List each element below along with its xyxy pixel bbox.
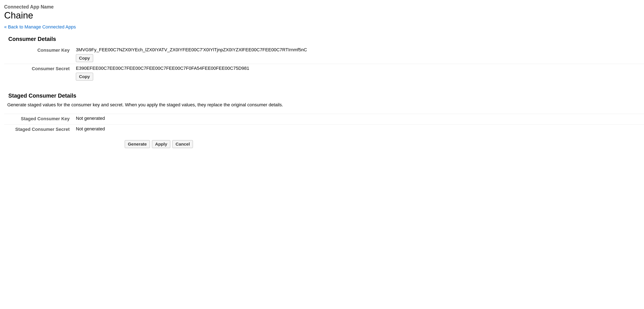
staged-details-description: Generate staged values for the consumer … [7, 102, 644, 108]
consumer-key-value: 3MVG9Fy_FEE00C7NZX0IYEch_lZX0IYATV_ZX0IY… [76, 47, 644, 52]
action-button-row: Generate Apply Cancel [125, 140, 644, 148]
apply-button[interactable]: Apply [152, 140, 170, 148]
staged-secret-value: Not generated [76, 126, 644, 132]
consumer-secret-label: Consumer Secret [4, 66, 76, 71]
copy-consumer-key-button[interactable]: Copy [76, 54, 93, 62]
staged-key-label: Staged Consumer Key [4, 116, 76, 121]
back-link-text: Back to Manage Connected Apps [8, 24, 76, 29]
back-link[interactable]: « Back to Manage Connected Apps [4, 24, 76, 30]
back-link-prefix: « [4, 24, 8, 29]
header-label: Connected App Name [4, 4, 644, 10]
consumer-key-label: Consumer Key [4, 47, 76, 53]
consumer-secret-value: E390EFEE00C7EE00C7FEE00C7FEE00C7FEE00C7F… [76, 66, 644, 71]
staged-key-value: Not generated [76, 116, 644, 121]
page-title: Chaine [4, 10, 644, 20]
generate-button[interactable]: Generate [125, 140, 150, 148]
staged-secret-label: Staged Consumer Secret [4, 126, 76, 132]
copy-consumer-secret-button[interactable]: Copy [76, 73, 93, 81]
staged-details-heading: Staged Consumer Details [8, 93, 644, 99]
cancel-button[interactable]: Cancel [172, 140, 193, 148]
consumer-details-heading: Consumer Details [8, 36, 644, 42]
